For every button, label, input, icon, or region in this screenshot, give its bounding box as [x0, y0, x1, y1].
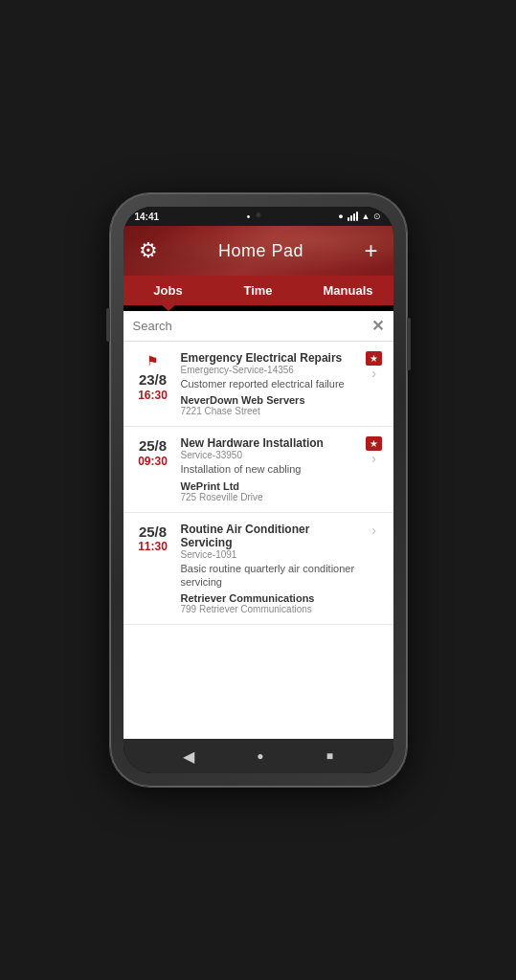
- job-company: WePrint Ltd: [181, 480, 357, 492]
- job-title: New Hardware Installation: [181, 436, 357, 450]
- job-time: 16:30: [138, 389, 168, 402]
- settings-icon[interactable]: ⚙: [139, 240, 158, 261]
- job-description: Basic routine quarterly air conditioner …: [181, 562, 357, 590]
- job-details: New Hardware Installation Service-33950 …: [175, 436, 363, 501]
- home-button[interactable]: ●: [257, 749, 263, 763]
- phone-screen: 14:41 • ● ▲ ⊙ ⚙ Home Pad +: [123, 207, 393, 773]
- wifi-icon: ▲: [362, 212, 370, 221]
- job-address: 725 Roseville Drive: [181, 492, 357, 502]
- status-icons: ● ▲ ⊙: [338, 212, 381, 221]
- search-clear-button[interactable]: ✕: [371, 317, 384, 335]
- job-service-id: Service-1091: [181, 549, 357, 560]
- job-right-actions: ★ ›: [363, 436, 386, 466]
- star-icon: ★: [370, 353, 378, 364]
- job-date-section: ⚑ 23/8 16:30: [131, 351, 175, 402]
- list-item[interactable]: 25/8 09:30 New Hardware Installation Ser…: [123, 427, 393, 512]
- tab-bar: Jobs Time Manuals: [123, 276, 393, 305]
- job-date-section: 25/8 11:30: [131, 523, 175, 554]
- tab-jobs[interactable]: Jobs: [123, 276, 213, 305]
- tab-time[interactable]: Time: [213, 276, 303, 305]
- job-address: 799 Retriever Communications: [181, 604, 357, 614]
- status-dot: •: [247, 212, 251, 222]
- job-right-actions: ›: [363, 523, 386, 538]
- job-address: 7221 Chase Street: [181, 406, 357, 416]
- recent-apps-button[interactable]: ■: [326, 749, 333, 763]
- signal-bar-1: [348, 217, 349, 221]
- tab-manuals[interactable]: Manuals: [303, 276, 393, 305]
- job-title: Emergency Electrical Repairs: [181, 351, 357, 365]
- phone-frame: 14:41 • ● ▲ ⊙ ⚙ Home Pad +: [110, 193, 407, 787]
- job-details: Emergency Electrical Repairs Emergency-S…: [175, 351, 363, 416]
- job-details: Routine Air Conditioner Servicing Servic…: [175, 523, 363, 615]
- job-date: 25/8: [139, 524, 167, 541]
- job-right-actions: ★ ›: [363, 351, 386, 381]
- list-item[interactable]: ⚑ 23/8 16:30 Emergency Electrical Repair…: [123, 342, 393, 427]
- starred-badge: ★: [366, 436, 382, 451]
- job-date: 23/8: [139, 372, 167, 389]
- signal-bars: [348, 212, 358, 221]
- app-header: ⚙ Home Pad +: [123, 226, 393, 276]
- job-time: 11:30: [138, 540, 168, 553]
- front-camera: [256, 212, 260, 217]
- starred-badge: ★: [366, 351, 382, 366]
- job-description: Customer reported electrical failure: [181, 377, 357, 390]
- job-description: Installation of new cabling: [181, 462, 357, 476]
- search-bar: ✕: [123, 311, 393, 342]
- chevron-right-icon: ›: [371, 523, 376, 538]
- search-input[interactable]: [133, 319, 371, 333]
- job-service-id: Service-33950: [181, 450, 357, 460]
- job-company: Retriever Communications: [181, 592, 357, 604]
- job-time: 09:30: [138, 455, 168, 468]
- signal-bar-2: [350, 215, 352, 221]
- add-button[interactable]: +: [364, 239, 377, 262]
- job-list: ⚑ 23/8 16:30 Emergency Electrical Repair…: [123, 342, 393, 739]
- chevron-right-icon: ›: [371, 366, 376, 381]
- signal-bar-4: [356, 212, 358, 221]
- app-title: Home Pad: [218, 241, 303, 261]
- job-company: NeverDown Web Servers: [181, 394, 357, 406]
- signal-icon: ●: [338, 212, 343, 221]
- flag-icon: ⚑: [146, 353, 159, 368]
- list-item[interactable]: 25/8 11:30 Routine Air Conditioner Servi…: [123, 513, 393, 626]
- job-service-id: Emergency-Service-14356: [181, 365, 357, 375]
- job-date-section: 25/8 09:30: [131, 436, 175, 468]
- battery-icon: ⊙: [373, 212, 381, 221]
- job-date: 25/8: [139, 438, 167, 455]
- chevron-right-icon: ›: [371, 451, 376, 466]
- signal-bar-3: [353, 213, 355, 221]
- bottom-navigation: ◀ ● ■: [123, 739, 393, 773]
- star-icon: ★: [370, 438, 378, 449]
- status-time: 14:41: [135, 212, 160, 222]
- back-button[interactable]: ◀: [183, 747, 194, 766]
- job-title: Routine Air Conditioner Servicing: [181, 523, 357, 549]
